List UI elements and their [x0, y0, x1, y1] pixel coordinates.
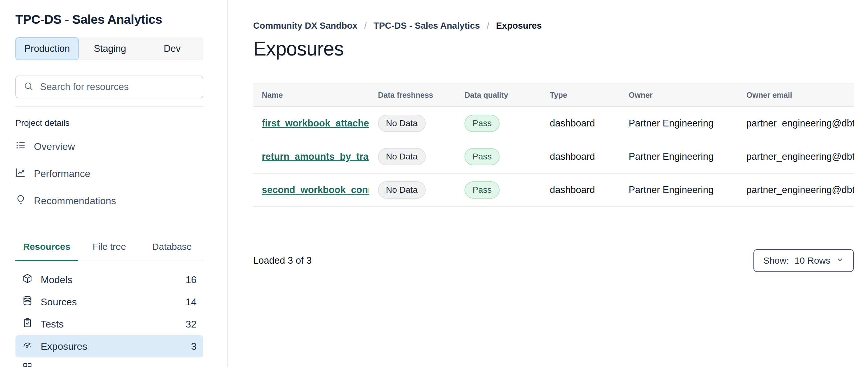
breadcrumb-project[interactable]: TPC-DS - Sales Analytics — [374, 21, 480, 31]
sidebar-item-label: Performance — [34, 168, 90, 179]
breadcrumb-separator: / — [487, 20, 489, 31]
table-footer: Loaded 3 of 3 Show: 10 Rows — [253, 249, 854, 272]
project-nav: Overview Performance Recommendations — [16, 133, 203, 214]
sidebar-item-recommendations[interactable]: Recommendations — [16, 187, 203, 214]
exposure-link[interactable]: first_workbook_attached… — [262, 118, 369, 129]
line-chart-icon — [16, 167, 26, 180]
cube-icon — [22, 273, 33, 286]
table-row: first_workbook_attached… No Data Pass da… — [253, 107, 854, 140]
freshness-badge: No Data — [378, 181, 426, 199]
exposure-link[interactable]: return_amounts_by_tran… — [262, 151, 369, 162]
sidebar-item-models[interactable]: Models 16 — [16, 269, 203, 291]
resource-count: 14 — [185, 297, 196, 308]
resource-count: 16 — [185, 274, 196, 286]
exposure-link[interactable]: second_workbook_conn… — [262, 185, 369, 195]
resource-search[interactable] — [16, 76, 203, 98]
sidebar-item-label: Models — [41, 274, 72, 286]
quality-badge: Pass — [464, 181, 500, 199]
gauge-icon — [22, 340, 33, 353]
sidebar-item-label: Recommendations — [34, 195, 116, 207]
page-title: Exposures — [253, 37, 854, 60]
sidebar-item-partial[interactable] — [16, 358, 203, 367]
tab-staging[interactable]: Staging — [79, 37, 141, 60]
type-cell: dashboard — [541, 140, 620, 173]
lightbulb-icon — [16, 194, 26, 207]
resource-list: Models 16 Sources 14 — [16, 269, 203, 367]
table-header-row: Name Data freshness Data quality Type Ow… — [253, 83, 854, 107]
chevron-down-icon — [836, 255, 844, 266]
table-row: second_workbook_conn… No Data Pass dashb… — [253, 173, 854, 207]
rows-per-page-dropdown[interactable]: Show: 10 Rows — [753, 249, 854, 272]
type-cell: dashboard — [541, 107, 620, 140]
owner-email-cell: partner_engineering@dbt… — [738, 107, 854, 140]
resource-count: 32 — [185, 318, 196, 330]
resource-count: 3 — [191, 341, 196, 352]
search-icon — [23, 81, 34, 93]
project-sidebar: TPC-DS - Sales Analytics Production Stag… — [0, 0, 228, 367]
exposures-table: Name Data freshness Data quality Type Ow… — [253, 83, 854, 207]
sidebar-item-label: Tests — [41, 318, 64, 330]
sidebar-item-label: Exposures — [41, 341, 87, 352]
col-header-data-freshness: Data freshness — [369, 83, 456, 107]
show-value: 10 Rows — [795, 255, 830, 266]
environment-tabs: Production Staging Dev — [16, 37, 203, 60]
breadcrumb-separator: / — [364, 20, 367, 31]
show-label: Show: — [763, 255, 789, 266]
freshness-badge: No Data — [378, 148, 426, 165]
quality-badge: Pass — [464, 115, 500, 132]
grid-icon — [22, 362, 33, 367]
table-row: return_amounts_by_tran… No Data Pass das… — [253, 140, 854, 173]
owner-cell: Partner Engineering — [620, 140, 738, 173]
owner-email-cell: partner_engineering@dbt… — [738, 140, 854, 173]
sidebar-item-label: Overview — [34, 141, 75, 152]
sidebar-item-exposures[interactable]: Exposures 3 — [16, 335, 203, 358]
tab-production[interactable]: Production — [16, 37, 79, 60]
owner-email-cell: partner_engineering@dbt… — [738, 173, 854, 207]
project-details-label: Project details — [16, 118, 203, 128]
breadcrumb-account[interactable]: Community DX Sandbox — [253, 21, 357, 31]
type-cell: dashboard — [541, 173, 620, 207]
project-title: TPC-DS - Sales Analytics — [16, 12, 203, 27]
col-header-data-quality: Data quality — [456, 83, 541, 107]
sidebar-item-label: Sources — [41, 297, 77, 308]
tab-database[interactable]: Database — [141, 242, 203, 261]
breadcrumb-current: Exposures — [496, 21, 541, 31]
list-icon — [16, 140, 26, 153]
breadcrumb: Community DX Sandbox / TPC-DS - Sales An… — [253, 20, 854, 31]
sidebar-item-overview[interactable]: Overview — [16, 133, 203, 160]
col-header-owner-email: Owner email — [738, 83, 854, 107]
sidebar-item-sources[interactable]: Sources 14 — [16, 291, 203, 313]
freshness-badge: No Data — [378, 115, 426, 132]
tab-dev[interactable]: Dev — [141, 37, 203, 60]
tab-file-tree[interactable]: File tree — [78, 242, 141, 261]
database-icon — [22, 295, 33, 308]
tab-resources[interactable]: Resources — [16, 242, 78, 261]
quality-badge: Pass — [464, 148, 500, 165]
search-input[interactable] — [40, 81, 195, 92]
col-header-name: Name — [253, 83, 369, 107]
owner-cell: Partner Engineering — [620, 107, 738, 140]
sidebar-item-performance[interactable]: Performance — [16, 160, 203, 187]
sidebar-item-tests[interactable]: Tests 32 — [16, 313, 203, 335]
col-header-owner: Owner — [620, 83, 738, 107]
main-panel: Community DX Sandbox / TPC-DS - Sales An… — [253, 0, 868, 367]
sidebar-divider — [16, 106, 203, 107]
owner-cell: Partner Engineering — [620, 173, 738, 207]
col-header-type: Type — [541, 83, 620, 107]
clipboard-check-icon — [22, 318, 33, 331]
resource-view-tabs: Resources File tree Database — [16, 242, 203, 261]
loaded-status: Loaded 3 of 3 — [253, 255, 312, 266]
